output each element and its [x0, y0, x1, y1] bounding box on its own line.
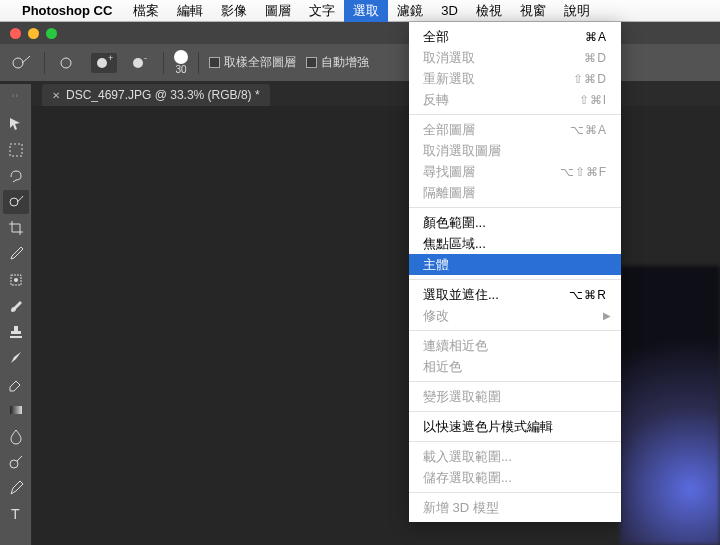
brush-size-chip[interactable]: 30 [174, 50, 188, 75]
toolbox-handle[interactable]: ›› [0, 84, 32, 106]
toolbox: T [0, 106, 32, 545]
menu-圖層[interactable]: 圖層 [256, 0, 300, 22]
subtract-selection-icon[interactable]: - [127, 53, 153, 73]
tool-quick-select[interactable] [3, 190, 29, 214]
close-window-icon[interactable] [10, 28, 21, 39]
menu-item-label: 相近色 [423, 358, 462, 376]
current-tool-chip[interactable] [8, 53, 34, 73]
menu-item-label: 主體 [423, 256, 449, 274]
menu-item-重新選取: 重新選取⇧⌘D [409, 68, 621, 89]
submenu-arrow-icon: ▶ [603, 310, 611, 321]
menu-shortcut: ⌥⌘A [570, 123, 607, 137]
menu-item-label: 尋找圖層 [423, 163, 475, 181]
menu-item-以快速遮色片模式編輯[interactable]: 以快速遮色片模式編輯 [409, 416, 621, 437]
app-name: Photoshop CC [22, 3, 112, 18]
svg-rect-10 [10, 406, 22, 414]
menu-shortcut: ⇧⌘D [573, 72, 607, 86]
tool-pen[interactable] [3, 476, 29, 500]
menu-separator [409, 492, 621, 493]
svg-rect-6 [10, 144, 22, 156]
tool-blur[interactable] [3, 424, 29, 448]
menu-檢視[interactable]: 檢視 [467, 0, 511, 22]
document-image [620, 266, 720, 545]
menu-item-label: 修改 [423, 307, 449, 325]
menu-編輯[interactable]: 編輯 [168, 0, 212, 22]
menu-視窗[interactable]: 視窗 [511, 0, 555, 22]
menu-separator [409, 330, 621, 331]
auto-enhance-checkbox[interactable]: 自動增強 [306, 54, 369, 71]
menu-separator [409, 441, 621, 442]
menu-item-主體[interactable]: 主體 [409, 254, 621, 275]
menu-item-變形選取範圍: 變形選取範圍 [409, 386, 621, 407]
menu-item-label: 連續相近色 [423, 337, 488, 355]
tool-type[interactable]: T [3, 502, 29, 526]
close-tab-icon[interactable]: ✕ [52, 90, 60, 101]
add-selection-icon[interactable]: + [91, 53, 117, 73]
svg-point-11 [10, 460, 18, 468]
minimize-window-icon[interactable] [28, 28, 39, 39]
menu-item-全部[interactable]: 全部⌘A [409, 26, 621, 47]
menu-item-儲存選取範圍: 儲存選取範圍... [409, 467, 621, 488]
menu-說明[interactable]: 說明 [555, 0, 599, 22]
menu-item-label: 以快速遮色片模式編輯 [423, 418, 553, 436]
svg-point-9 [14, 278, 18, 282]
svg-text:+: + [108, 54, 113, 63]
divider [44, 52, 45, 74]
menu-item-label: 焦點區域... [423, 235, 486, 253]
tool-move[interactable] [3, 112, 29, 136]
menu-影像[interactable]: 影像 [212, 0, 256, 22]
svg-point-4 [133, 58, 143, 68]
zoom-window-icon[interactable] [46, 28, 57, 39]
mac-menubar: Photoshop CC 檔案編輯影像圖層文字選取濾鏡3D檢視視窗說明 [0, 0, 720, 22]
menu-separator [409, 411, 621, 412]
svg-point-7 [10, 198, 18, 206]
checkbox-label: 自動增強 [321, 54, 369, 71]
menu-item-焦點區域[interactable]: 焦點區域... [409, 233, 621, 254]
divider [163, 52, 164, 74]
menu-item-label: 新增 3D 模型 [423, 499, 499, 517]
menu-item-全部圖層: 全部圖層⌥⌘A [409, 119, 621, 140]
menu-item-選取並遮住[interactable]: 選取並遮住...⌥⌘R [409, 284, 621, 305]
menu-濾鏡[interactable]: 濾鏡 [388, 0, 432, 22]
svg-text:-: - [144, 54, 147, 63]
menu-文字[interactable]: 文字 [300, 0, 344, 22]
menu-item-相近色: 相近色 [409, 356, 621, 377]
menu-item-顏色範圍[interactable]: 顏色範圍... [409, 212, 621, 233]
menu-item-隔離圖層: 隔離圖層 [409, 182, 621, 203]
tool-history[interactable] [3, 346, 29, 370]
menu-separator [409, 207, 621, 208]
new-selection-icon[interactable] [55, 53, 81, 73]
tool-gradient[interactable] [3, 398, 29, 422]
menu-shortcut: ⌥⌘R [569, 288, 607, 302]
menu-shortcut: ⌘A [585, 30, 607, 44]
tool-dodge[interactable] [3, 450, 29, 474]
menu-選取[interactable]: 選取 [344, 0, 388, 22]
menu-item-label: 取消選取圖層 [423, 142, 501, 160]
tool-heal[interactable] [3, 268, 29, 292]
menu-item-label: 選取並遮住... [423, 286, 499, 304]
menu-item-載入選取範圍: 載入選取範圍... [409, 446, 621, 467]
tool-eyedropper[interactable] [3, 242, 29, 266]
document-tab-title: DSC_4697.JPG @ 33.3% (RGB/8) * [66, 88, 260, 102]
menu-3D[interactable]: 3D [432, 0, 467, 22]
tool-lasso[interactable] [3, 164, 29, 188]
divider [198, 52, 199, 74]
menu-item-label: 隔離圖層 [423, 184, 475, 202]
tool-stamp[interactable] [3, 320, 29, 344]
tool-marquee[interactable] [3, 138, 29, 162]
sample-all-layers-checkbox[interactable]: 取樣全部圖層 [209, 54, 296, 71]
document-tab[interactable]: ✕ DSC_4697.JPG @ 33.3% (RGB/8) * [42, 84, 270, 106]
tool-brush[interactable] [3, 294, 29, 318]
svg-text:T: T [11, 506, 20, 522]
menu-item-label: 全部圖層 [423, 121, 475, 139]
menu-item-label: 反轉 [423, 91, 449, 109]
menu-item-label: 顏色範圍... [423, 214, 486, 232]
menu-item-label: 全部 [423, 28, 449, 46]
tool-crop[interactable] [3, 216, 29, 240]
menu-item-反轉: 反轉⇧⌘I [409, 89, 621, 110]
menu-item-修改: 修改▶ [409, 305, 621, 326]
menu-item-尋找圖層: 尋找圖層⌥⇧⌘F [409, 161, 621, 182]
tool-eraser[interactable] [3, 372, 29, 396]
menu-檔案[interactable]: 檔案 [124, 0, 168, 22]
menu-item-取消選取: 取消選取⌘D [409, 47, 621, 68]
